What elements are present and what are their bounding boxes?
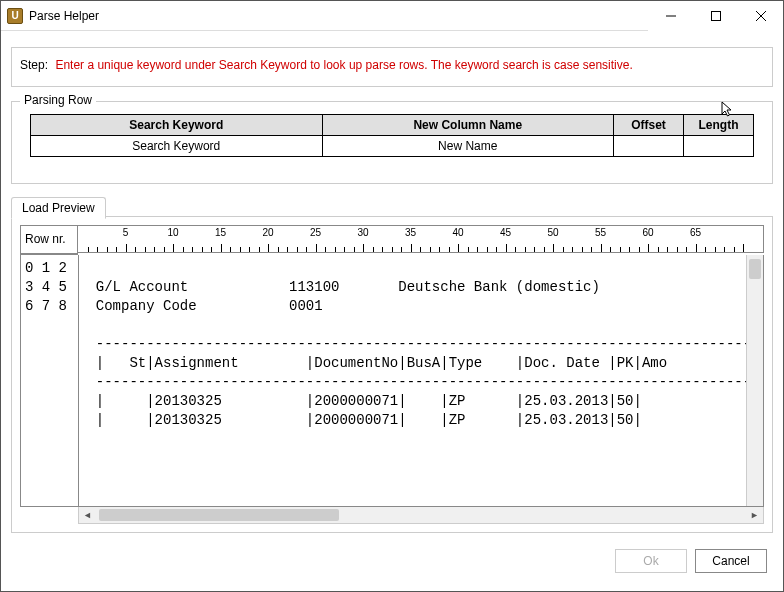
titlebar[interactable]: U Parse Helper [1, 1, 783, 31]
col-header-search-keyword: Search Keyword [31, 115, 323, 136]
rownr-header: Row nr. [21, 226, 77, 254]
ruler: 5101520253035404550556065 [78, 225, 764, 253]
horizontal-scrollbar[interactable]: ◄ ► [78, 507, 764, 524]
close-button[interactable] [738, 1, 783, 31]
step-label: Step: [20, 58, 48, 72]
app-icon: U [7, 8, 23, 24]
step-box: Step: Enter a unique keyword under Searc… [11, 47, 773, 87]
parsing-row: Search Keyword New Name [31, 136, 754, 157]
horizontal-scroll-thumb[interactable] [99, 509, 339, 521]
row-number-gutter: 0 1 2 3 4 5 6 7 8 [21, 255, 78, 316]
window-title: Parse Helper [29, 9, 648, 23]
vertical-scrollbar[interactable] [746, 255, 763, 506]
client-area: Step: Enter a unique keyword under Searc… [1, 31, 783, 591]
dialog-buttons: Ok Cancel [11, 541, 773, 581]
length-cell[interactable] [684, 136, 754, 157]
scroll-left-arrow[interactable]: ◄ [79, 507, 96, 523]
svg-rect-1 [711, 12, 720, 21]
maximize-button[interactable] [693, 1, 738, 31]
col-header-new-column: New Column Name [322, 115, 614, 136]
vertical-scroll-thumb[interactable] [749, 259, 761, 279]
preview-panel: Load Preview Row nr. 5101520253035404550… [11, 216, 773, 533]
minimize-button[interactable] [648, 1, 693, 31]
parsing-row-group: Parsing Row Search Keyword New Column Na… [11, 101, 773, 184]
offset-cell[interactable] [614, 136, 684, 157]
step-message: Enter a unique keyword under Search Keyw… [55, 58, 632, 72]
search-keyword-cell[interactable]: Search Keyword [31, 136, 323, 157]
ok-button[interactable]: Ok [615, 549, 687, 573]
parse-helper-window: U Parse Helper Step: Enter a unique keyw… [0, 0, 784, 592]
parsing-row-legend: Parsing Row [20, 93, 96, 107]
new-column-cell[interactable]: New Name [322, 136, 614, 157]
scroll-right-arrow[interactable]: ► [746, 507, 763, 523]
cancel-button[interactable]: Cancel [695, 549, 767, 573]
col-header-length: Length [684, 115, 754, 136]
parsing-table: Search Keyword New Column Name Offset Le… [30, 114, 754, 157]
preview-text[interactable]: G/L Account 113100 Deutsche Bank (domest… [79, 255, 746, 506]
col-header-offset: Offset [614, 115, 684, 136]
load-preview-tab[interactable]: Load Preview [11, 197, 106, 219]
